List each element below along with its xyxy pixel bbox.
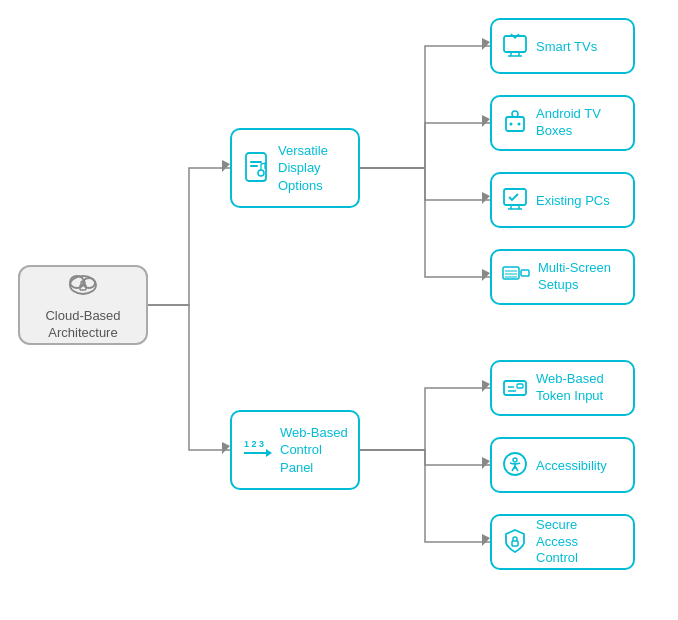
monitor-check-icon xyxy=(502,186,528,215)
lock-shield-icon xyxy=(502,528,528,557)
leaf-node-multi-screen: Multi-ScreenSetups xyxy=(490,249,635,305)
android-tv-icon xyxy=(502,109,528,138)
svg-marker-0 xyxy=(222,160,230,172)
cloud-lock-icon xyxy=(67,269,99,298)
leaf-label-token-input: Web-BasedToken Input xyxy=(536,371,604,405)
leaf-node-secure-access: SecureAccessControl xyxy=(490,514,635,570)
mid-node-2: 1 2 3 Web-BasedControlPanel xyxy=(230,410,360,490)
diagram: Cloud-Based Architecture VersatileDispla… xyxy=(0,0,678,620)
123-arrow-icon: 1 2 3 xyxy=(242,435,272,466)
svg-marker-1 xyxy=(222,442,230,454)
leaf-label-multi-screen: Multi-ScreenSetups xyxy=(538,260,611,294)
leaf-label-existing-pcs: Existing PCs xyxy=(536,193,610,208)
svg-rect-48 xyxy=(512,541,518,546)
svg-point-25 xyxy=(512,111,518,117)
svg-rect-15 xyxy=(250,165,258,167)
leaf-label-android-tv: Android TVBoxes xyxy=(536,106,601,140)
svg-marker-5 xyxy=(482,269,490,281)
leaf-label-smart-tvs: Smart TVs xyxy=(536,39,597,54)
tv-icon xyxy=(502,32,528,61)
root-label: Cloud-Based Architecture xyxy=(30,308,136,342)
svg-rect-24 xyxy=(506,117,524,131)
mid-label-1: VersatileDisplayOptions xyxy=(278,142,328,195)
leaf-node-existing-pcs: Existing PCs xyxy=(490,172,635,228)
mid-label-2: Web-BasedControlPanel xyxy=(280,424,348,477)
multi-screen-icon xyxy=(502,263,530,292)
svg-point-29 xyxy=(518,122,521,125)
svg-marker-7 xyxy=(482,457,490,469)
leaf-node-smart-tvs: Smart TVs xyxy=(490,18,635,74)
svg-text:1 2 3: 1 2 3 xyxy=(244,439,264,449)
leaf-node-android-tv: Android TVBoxes xyxy=(490,95,635,151)
leaf-label-accessibility: Accessibility xyxy=(536,458,607,473)
svg-marker-6 xyxy=(482,380,490,392)
mid-node-1: VersatileDisplayOptions xyxy=(230,128,360,208)
music-display-icon xyxy=(242,151,270,186)
svg-point-44 xyxy=(513,458,517,462)
svg-marker-2 xyxy=(482,38,490,50)
token-input-icon xyxy=(502,374,528,403)
root-node: Cloud-Based Architecture xyxy=(18,265,148,345)
svg-rect-35 xyxy=(521,270,529,276)
svg-rect-14 xyxy=(250,161,262,163)
svg-marker-19 xyxy=(266,449,272,457)
svg-marker-4 xyxy=(482,192,490,204)
svg-rect-42 xyxy=(517,384,523,388)
accessibility-icon xyxy=(502,451,528,480)
svg-marker-3 xyxy=(482,115,490,127)
leaf-label-secure-access: SecureAccessControl xyxy=(536,517,578,568)
leaf-node-accessibility: Accessibility xyxy=(490,437,635,493)
leaf-node-token-input: Web-BasedToken Input xyxy=(490,360,635,416)
svg-point-16 xyxy=(258,170,264,176)
svg-point-28 xyxy=(510,122,513,125)
svg-marker-8 xyxy=(482,534,490,546)
